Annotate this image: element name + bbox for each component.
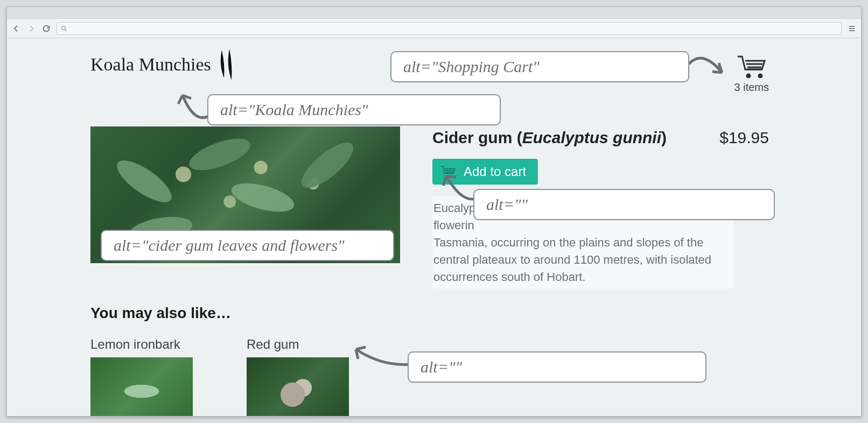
- brand[interactable]: Koala Munchies: [90, 49, 237, 80]
- related-heading: You may also like…: [90, 305, 769, 322]
- annotation-cart-alt: alt="Shopping Cart": [390, 51, 689, 82]
- browser-toolbar: [7, 19, 861, 38]
- related-card[interactable]: Lemon ironbark: [90, 337, 193, 416]
- product-title-scientific: Eucalyptus gunnii: [522, 129, 661, 146]
- svg-point-0: [61, 26, 65, 30]
- annotation-btn-alt: alt="": [473, 189, 775, 220]
- back-button[interactable]: [11, 24, 21, 33]
- search-icon: [60, 25, 68, 32]
- product-title: Cider gum (Eucalyptus gunnii): [432, 129, 667, 147]
- annotation-thumb-alt: alt="": [408, 351, 706, 383]
- svg-point-1: [747, 74, 750, 77]
- cart-count: 3 items: [734, 81, 769, 94]
- svg-point-2: [759, 74, 762, 77]
- related-card[interactable]: Red gum: [247, 337, 349, 416]
- brand-name: Koala Munchies: [90, 54, 211, 75]
- address-bar[interactable]: [57, 22, 842, 35]
- cart-icon: [737, 54, 767, 78]
- page-viewport: Koala Munchies 3 items: [7, 38, 861, 416]
- tab-strip: [7, 7, 861, 19]
- product-title-common: Cider gum: [432, 129, 512, 146]
- menu-button[interactable]: [847, 24, 857, 33]
- reload-button[interactable]: [41, 24, 51, 33]
- related-thumb-image: [90, 357, 193, 416]
- brand-logo-icon: [215, 49, 237, 80]
- browser-window: Koala Munchies 3 items: [6, 6, 862, 417]
- related-thumb-image: [247, 357, 349, 416]
- annotation-hero-alt: alt="cider gum leaves and flowers": [101, 230, 394, 261]
- annotation-logo-alt: alt="Koala Munchies": [207, 94, 501, 125]
- related-title: Red gum: [247, 337, 349, 352]
- product-price: $19.95: [719, 129, 769, 147]
- related-title: Lemon ironbark: [90, 337, 193, 352]
- cart-button[interactable]: 3 items: [734, 54, 769, 94]
- forward-button[interactable]: [26, 24, 36, 33]
- annotation-arrow-icon: [687, 46, 730, 83]
- annotation-arrow-icon: [349, 341, 414, 378]
